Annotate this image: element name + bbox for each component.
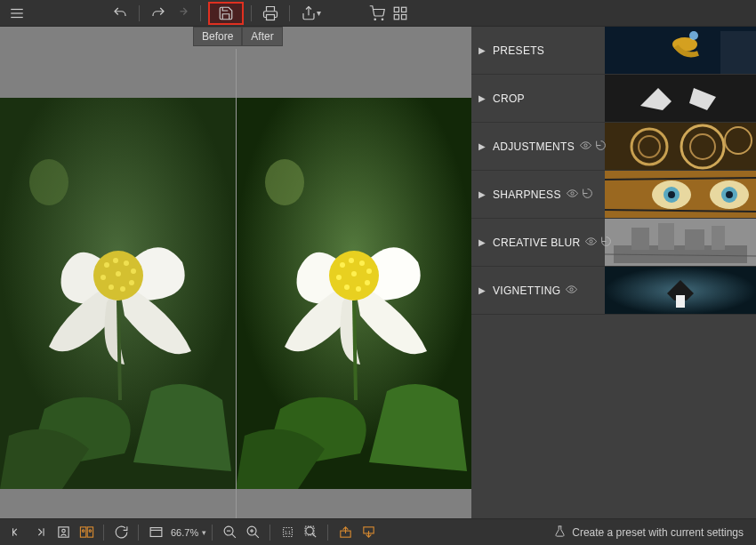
compare-labels: Before After <box>193 27 283 46</box>
svg-point-34 <box>336 275 342 280</box>
undo-icon[interactable] <box>109 2 132 25</box>
svg-point-14 <box>104 262 109 268</box>
svg-point-42 <box>584 143 587 146</box>
before-image <box>0 98 236 489</box>
svg-rect-66 <box>712 226 725 250</box>
svg-point-57 <box>726 191 733 198</box>
eye-icon[interactable] <box>566 283 577 299</box>
create-preset-button[interactable]: Create a preset with current settings <box>553 525 744 541</box>
svg-point-68 <box>570 287 573 290</box>
after-label: After <box>242 27 282 46</box>
image-viewer[interactable] <box>0 27 471 518</box>
zoom-fit-icon[interactable] <box>299 521 322 544</box>
panel-sharpness[interactable]: ▶ SHARPNESS <box>471 171 756 219</box>
svg-point-16 <box>124 260 129 266</box>
panel-crop[interactable]: ▶ CROP <box>471 75 756 123</box>
next-image-icon[interactable] <box>28 521 52 544</box>
svg-line-23 <box>118 301 120 400</box>
single-view-icon[interactable] <box>52 521 75 544</box>
rotate-icon[interactable] <box>109 521 133 544</box>
panel-adjustments[interactable]: ▶ ADJUSTMENTS <box>471 123 756 171</box>
svg-rect-7 <box>394 7 398 12</box>
flask-icon <box>553 525 567 541</box>
svg-point-49 <box>571 191 574 194</box>
compare-divider[interactable] <box>236 49 237 518</box>
svg-point-77 <box>82 530 84 533</box>
zoom-in-icon[interactable] <box>241 521 264 544</box>
save-button[interactable] <box>208 2 244 25</box>
first-image-icon[interactable] <box>5 521 28 544</box>
chevron-right-icon: ▶ <box>471 189 493 199</box>
svg-rect-70 <box>676 295 685 308</box>
svg-rect-9 <box>394 14 398 19</box>
reset-icon[interactable] <box>582 187 593 203</box>
svg-point-5 <box>374 19 376 20</box>
zoom-out-icon[interactable] <box>218 521 241 544</box>
svg-text:1:1: 1:1 <box>285 531 291 535</box>
svg-point-22 <box>116 271 121 277</box>
eye-icon[interactable] <box>580 139 591 155</box>
menu-icon[interactable] <box>5 2 28 25</box>
svg-rect-64 <box>658 223 674 250</box>
chevron-right-icon: ▶ <box>471 45 493 55</box>
svg-point-28 <box>349 258 354 263</box>
fit-screen-icon[interactable] <box>144 521 167 544</box>
reset-icon[interactable] <box>600 235 612 251</box>
panel-label: PRESETS <box>493 44 544 57</box>
svg-point-20 <box>109 285 114 290</box>
chevron-right-icon: ▶ <box>471 141 493 151</box>
svg-point-29 <box>359 260 365 266</box>
top-toolbar: ▾ <box>0 0 756 27</box>
panel-label: CREATIVE BLUR <box>493 236 580 249</box>
panel-creative-blur[interactable]: ▶ CREATIVE BLUR <box>471 219 756 267</box>
panel-label: SHARPNESS <box>493 188 561 201</box>
history-icon[interactable] <box>170 2 193 25</box>
panel-label: CROP <box>493 92 525 105</box>
print-icon[interactable] <box>259 2 282 25</box>
svg-point-25 <box>265 159 304 205</box>
grid-icon[interactable] <box>389 2 412 25</box>
after-image <box>236 98 471 489</box>
svg-point-39 <box>689 31 698 40</box>
compare-view-icon[interactable] <box>75 521 98 544</box>
zoom-level: 66.7% <box>171 527 198 538</box>
reset-icon[interactable] <box>595 139 607 155</box>
svg-point-21 <box>101 275 106 280</box>
right-panel: ▶ PRESETS ▶ CROP ▶ ADJUSTMENTS ▶ SHARPNE… <box>471 27 756 518</box>
eye-icon[interactable] <box>567 187 578 203</box>
svg-point-74 <box>61 529 65 533</box>
svg-point-60 <box>590 239 592 242</box>
panel-presets[interactable]: ▶ PRESETS <box>471 27 756 75</box>
svg-point-30 <box>366 268 372 274</box>
export-down-icon[interactable] <box>357 521 380 544</box>
svg-point-35 <box>351 271 357 277</box>
svg-point-19 <box>120 286 125 292</box>
create-preset-label: Create a preset with current settings <box>572 526 744 539</box>
svg-point-33 <box>344 285 350 290</box>
svg-rect-10 <box>402 14 406 19</box>
svg-rect-40 <box>720 31 756 75</box>
svg-rect-3 <box>267 14 275 20</box>
svg-point-15 <box>113 258 118 263</box>
svg-point-32 <box>356 286 361 292</box>
redo-icon[interactable] <box>147 2 170 25</box>
export-up-icon[interactable] <box>334 521 357 544</box>
svg-rect-79 <box>150 528 162 537</box>
panel-vignetting[interactable]: ▶ VIGNETTING <box>471 267 756 315</box>
eye-icon[interactable] <box>585 235 597 251</box>
svg-point-31 <box>365 280 370 285</box>
zoom-actual-icon[interactable]: 1:1 <box>276 521 299 544</box>
chevron-right-icon: ▶ <box>471 237 493 247</box>
main-area: ▶ PRESETS ▶ CROP ▶ ADJUSTMENTS ▶ SHARPNE… <box>0 27 756 518</box>
svg-rect-65 <box>685 229 704 250</box>
chevron-right-icon: ▶ <box>471 285 493 295</box>
cart-icon[interactable] <box>366 2 389 25</box>
svg-point-78 <box>89 530 92 533</box>
svg-point-6 <box>382 19 383 20</box>
svg-line-36 <box>354 301 356 400</box>
svg-rect-41 <box>605 75 756 123</box>
svg-point-54 <box>668 191 675 198</box>
svg-point-18 <box>129 280 134 285</box>
svg-point-27 <box>340 262 345 268</box>
before-label: Before <box>193 27 242 46</box>
